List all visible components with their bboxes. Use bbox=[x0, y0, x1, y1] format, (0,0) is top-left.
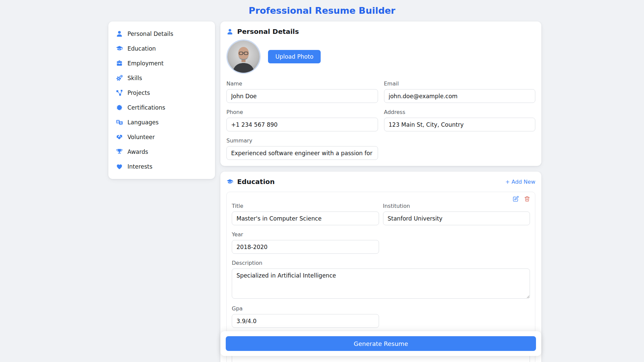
main-content: Personal Details bbox=[220, 21, 541, 362]
graduation-cap-icon bbox=[116, 45, 123, 52]
sidebar-item-languages[interactable]: Languages bbox=[108, 115, 215, 130]
sidebar-item-label: Languages bbox=[127, 119, 159, 126]
sidebar-item-skills[interactable]: Skills bbox=[108, 71, 215, 85]
sidebar-item-employment[interactable]: Employment bbox=[108, 56, 215, 71]
year-label: Year bbox=[232, 231, 379, 238]
sidebar-item-personal-details[interactable]: Personal Details bbox=[108, 26, 215, 41]
edit-entry-button[interactable] bbox=[513, 196, 519, 202]
briefcase-icon bbox=[116, 60, 123, 67]
language-icon bbox=[116, 119, 123, 126]
phone-label: Phone bbox=[226, 109, 378, 115]
trophy-icon bbox=[116, 148, 123, 156]
sidebar-item-label: Volunteer bbox=[127, 134, 155, 140]
generate-resume-button[interactable]: Generate Resume bbox=[226, 336, 536, 351]
delete-entry-button[interactable] bbox=[524, 196, 530, 202]
sidebar-item-interests[interactable]: Interests bbox=[108, 159, 215, 174]
address-label: Address bbox=[384, 109, 536, 115]
sidebar-item-projects[interactable]: Projects bbox=[108, 85, 215, 100]
sidebar-item-label: Personal Details bbox=[127, 31, 173, 37]
name-field[interactable] bbox=[226, 89, 378, 103]
sidebar-item-label: Interests bbox=[127, 163, 152, 170]
sidebar-item-label: Skills bbox=[127, 75, 142, 81]
graduation-cap-icon bbox=[226, 178, 233, 185]
title-label: Title bbox=[232, 203, 379, 209]
summary-field[interactable] bbox=[226, 146, 378, 160]
address-field[interactable] bbox=[384, 118, 536, 131]
sidebar-item-education[interactable]: Education bbox=[108, 41, 215, 56]
section-nav-sidebar: Personal Details Education Employment Sk… bbox=[108, 21, 215, 179]
email-label: Email bbox=[384, 80, 536, 87]
title-field[interactable] bbox=[232, 212, 379, 225]
summary-label: Summary bbox=[226, 137, 378, 144]
add-new-button[interactable]: + Add New bbox=[505, 179, 535, 185]
sidebar-item-label: Education bbox=[127, 45, 156, 52]
description-field[interactable]: Specialized in Artificial Intelligence bbox=[232, 268, 530, 299]
personal-details-section: Personal Details bbox=[220, 21, 541, 166]
sidebar-item-label: Awards bbox=[127, 148, 148, 155]
institution-label: Institution bbox=[383, 203, 530, 209]
edit-pencil-icon bbox=[513, 196, 519, 202]
heart-icon bbox=[116, 163, 123, 170]
description-label: Description bbox=[232, 260, 530, 266]
phone-field[interactable] bbox=[226, 118, 378, 131]
project-diagram-icon bbox=[116, 89, 123, 97]
sidebar-item-volunteer[interactable]: Volunteer bbox=[108, 130, 215, 144]
institution-field[interactable] bbox=[383, 212, 530, 225]
sidebar-item-label: Employment bbox=[127, 60, 164, 67]
gpa-label: Gpa bbox=[232, 305, 379, 312]
section-title: Education bbox=[237, 178, 275, 186]
section-title: Personal Details bbox=[237, 27, 299, 36]
trash-icon bbox=[524, 196, 530, 202]
handshake-icon bbox=[116, 133, 123, 141]
sidebar-item-certifications[interactable]: Certifications bbox=[108, 100, 215, 115]
page-title: Professional Resume Builder bbox=[0, 0, 644, 16]
user-icon bbox=[226, 28, 233, 35]
avatar bbox=[226, 40, 261, 74]
email-field[interactable] bbox=[384, 89, 536, 103]
year-field[interactable] bbox=[232, 240, 379, 254]
sidebar-item-awards[interactable]: Awards bbox=[108, 144, 215, 159]
user-icon bbox=[116, 30, 123, 38]
name-label: Name bbox=[226, 80, 378, 87]
gears-icon bbox=[116, 74, 123, 82]
upload-photo-button[interactable]: Upload Photo bbox=[268, 50, 321, 63]
certificate-seal-icon bbox=[116, 104, 123, 111]
generate-resume-bar: Generate Resume bbox=[220, 331, 541, 356]
sidebar-item-label: Certifications bbox=[127, 104, 165, 111]
sidebar-item-label: Projects bbox=[127, 89, 150, 96]
gpa-field[interactable] bbox=[232, 314, 379, 328]
